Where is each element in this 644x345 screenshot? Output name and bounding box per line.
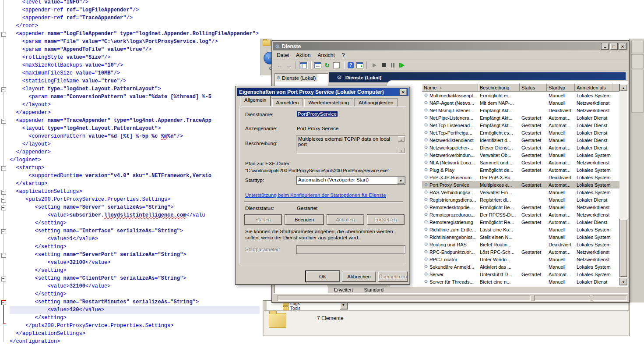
tree-item-dienste-lokal[interactable]: Dienste (Lokal): [275, 74, 317, 82]
fold-toggle-icon[interactable]: [1, 166, 6, 171]
service-gear-icon: [424, 145, 428, 150]
table-row[interactable]: ServerUnterstützt D...GestartetAutomat..…: [422, 270, 619, 278]
start-icon[interactable]: [370, 61, 379, 69]
fold-toggle-icon[interactable]: [1, 206, 6, 210]
close-button[interactable]: [619, 43, 626, 50]
view-tab-erweitert[interactable]: Erweitert: [327, 285, 360, 293]
table-row[interactable]: Plug & PlayErmöglicht de...GestartetAuto…: [422, 166, 619, 174]
menu-item-aktion[interactable]: Aktion: [292, 51, 314, 59]
table-cell: Lokaler Dienst: [575, 138, 612, 143]
minimize-button[interactable]: [601, 43, 609, 50]
table-row[interactable]: RPC-LocatorUnter Windo...ManuellNetzwerk…: [422, 256, 619, 263]
tab-abhngigkeiten[interactable]: Abhängigkeiten: [354, 98, 398, 107]
pause-icon[interactable]: [388, 61, 397, 69]
menu-item-?[interactable]: ?: [338, 51, 348, 59]
table-row[interactable]: NLA (Network Loca...Sammelt und ...Gesta…: [422, 159, 619, 166]
column-header-name[interactable]: Name▲: [422, 84, 478, 92]
forward-icon[interactable]: →: [285, 61, 293, 69]
tab-anmelden[interactable]: Anmelden: [272, 98, 303, 107]
scroll-up-icon[interactable]: [398, 136, 405, 142]
fold-toggle-icon[interactable]: [1, 277, 6, 281]
menu-item-datei[interactable]: Datei: [273, 51, 292, 59]
table-row[interactable]: Net.Tcp-Listenerad...Empfängt Akt...Gest…: [422, 121, 619, 129]
code-line: <appender-ref ref="TraceAppender"/>: [10, 14, 260, 22]
table-row[interactable]: Netzwerkspeicher-...Dieser Dienst...Gest…: [422, 144, 619, 151]
table-row[interactable]: PnP-X-IP-Busenum...Der PnP-X-Bu...Deakti…: [422, 174, 619, 181]
table-row[interactable]: Richtlinie zum Entfe...Lässt eine Ko...M…: [422, 226, 619, 233]
fold-toggle-icon[interactable]: [1, 229, 6, 234]
stop-icon[interactable]: [379, 61, 388, 69]
list-item[interactable]: Tools: [283, 306, 300, 310]
table-row[interactable]: Routing und RASBietet Routin...Deaktivie…: [422, 241, 619, 248]
table-cell: Lokales System: [575, 190, 612, 195]
chevron-down-icon[interactable]: [397, 177, 405, 184]
back-button[interactable]: [264, 52, 272, 64]
fold-toggle-icon[interactable]: [1, 87, 6, 92]
table-row[interactable]: Sekundäre Anmeld...Aktiviert das ...Manu…: [422, 263, 619, 270]
show-tree-icon[interactable]: [299, 61, 308, 69]
table-row[interactable]: RemoteregistrierungErmöglicht Re...Gesta…: [422, 218, 619, 226]
table-cell: Lokaler Dienst: [575, 123, 612, 128]
code-line: <value>32100</value>: [10, 259, 260, 267]
column-header-status[interactable]: Status: [520, 84, 547, 92]
start-params-input[interactable]: [296, 245, 405, 254]
table-row[interactable]: Multimediaklassenpl...Ermöglicht ei...Ma…: [422, 92, 619, 99]
dropdown-button[interactable]: [340, 302, 348, 309]
export-icon[interactable]: [332, 61, 341, 69]
service-name-value[interactable]: PortProxyService: [297, 111, 338, 117]
ok-button[interactable]: OK: [306, 271, 340, 282]
beenden-button[interactable]: Beenden: [285, 214, 324, 225]
table-row[interactable]: Server für Threads...Bietet eine n...Man…: [422, 278, 619, 285]
table-row[interactable]: NAP-Agent (Netwo...Mit dem NAP-...Manuel…: [422, 99, 619, 107]
properties-icon[interactable]: [313, 61, 322, 69]
table-row[interactable]: Registrierungsdiens...Registriert di...M…: [422, 196, 619, 203]
table-row[interactable]: Net.Msmq-Listener...Empfängt Akt...Deakt…: [422, 107, 619, 114]
extended-icon[interactable]: [355, 61, 364, 69]
table-row[interactable]: Net.Tcp-Portfreiga...Ermöglicht es...Ges…: [422, 129, 619, 136]
service-gear-icon: [424, 189, 428, 195]
title-bar[interactable]: ⚙ Dienste: [273, 42, 628, 50]
description-box[interactable]: Multiplexes external TCP/IP data on loca…: [296, 135, 405, 154]
table-cell: Remotedesktopdie...: [422, 204, 478, 210]
view-tab-standard[interactable]: Standard: [357, 285, 391, 293]
scroll-down-icon[interactable]: [398, 148, 405, 153]
table-cell: Lokaler Dienst: [575, 115, 612, 121]
fold-toggle-icon[interactable]: [1, 190, 6, 195]
fold-toggle-icon[interactable]: [1, 32, 6, 37]
table-row[interactable]: Remoteprozedurau...Der RPCSS-Di...Gestar…: [422, 211, 619, 218]
help-icon[interactable]: ?: [346, 61, 355, 69]
column-header-starttyp[interactable]: Starttyp: [547, 84, 575, 92]
scrollbar-thumb[interactable]: [619, 219, 627, 277]
table-row[interactable]: Netzwerkverbindun...Verwaltet Ob...Gesta…: [422, 151, 619, 159]
table-row[interactable]: Richtlinienergebniss...Stellt einen N...…: [422, 233, 619, 241]
code-line: <level value="INFO"/>: [10, 0, 260, 6]
tab-wiederherstellung[interactable]: Wiederherstellung: [304, 98, 353, 107]
table-row[interactable]: Port Proxy ServiceMultiplexes e...Gestar…: [422, 181, 619, 189]
restart-icon[interactable]: [398, 61, 406, 69]
service-gear-icon: [424, 249, 428, 255]
fold-toggle-icon[interactable]: [1, 253, 6, 258]
column-header-anmeldenals[interactable]: Anmelden als: [575, 84, 612, 92]
table-row[interactable]: RPC-Endpunktzuor...Löst RPC-Sch...Gestar…: [422, 248, 619, 256]
table-row[interactable]: RAS-Verbindungsv...Verwaltet Ein...Manue…: [422, 189, 619, 196]
vertical-scrollbar[interactable]: [619, 84, 627, 285]
startup-type-combobox[interactable]: Automatisch (Verzögerter Start): [296, 176, 405, 185]
dialog-title-bar[interactable]: Eigenschaften von Port Proxy Service (Lo…: [237, 88, 408, 96]
column-header-beschreibung[interactable]: Beschreibung: [478, 84, 520, 92]
scroll-down-button[interactable]: [619, 278, 627, 285]
fold-toggle-icon[interactable]: [1, 119, 6, 124]
menu-item-ansicht[interactable]: Ansicht: [314, 51, 338, 59]
fold-toggle-icon[interactable]: [1, 198, 6, 203]
table-row[interactable]: Remotedesktopdie...Ermöglicht Be...Gesta…: [422, 203, 619, 211]
tab-allgemein[interactable]: Allgemein: [240, 96, 271, 106]
close-icon[interactable]: [399, 89, 407, 96]
scroll-up-button[interactable]: [619, 84, 627, 91]
back-icon[interactable]: ←: [275, 61, 284, 69]
refresh-icon[interactable]: ↻: [323, 61, 331, 69]
abbrechen-button[interactable]: Abbrechen: [342, 271, 376, 282]
maximize-button[interactable]: [610, 43, 618, 50]
startup-options-help-link[interactable]: Unterstützung beim Konfigurieren der Sta…: [245, 192, 386, 198]
table-cell: Manuell: [547, 138, 575, 143]
table-row[interactable]: Net.Pipe-Listenera...Empfängt Akt...Gest…: [422, 114, 619, 121]
table-row[interactable]: NetzwerklistendienstIdentifiziert d...Ge…: [422, 136, 619, 144]
